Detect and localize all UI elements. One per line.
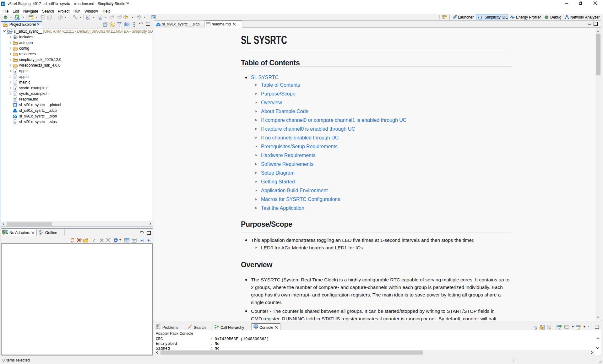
svg-text:h: h [14,36,16,39]
svg-text:.c: .c [14,87,16,90]
svg-text:.c: .c [14,70,16,73]
svg-text:si: si [127,24,128,25]
svg-text:.c: .c [14,81,16,85]
svg-text:.h: .h [14,93,17,96]
svg-text:.h: .h [14,76,17,79]
svg-text:C: C [11,29,13,32]
